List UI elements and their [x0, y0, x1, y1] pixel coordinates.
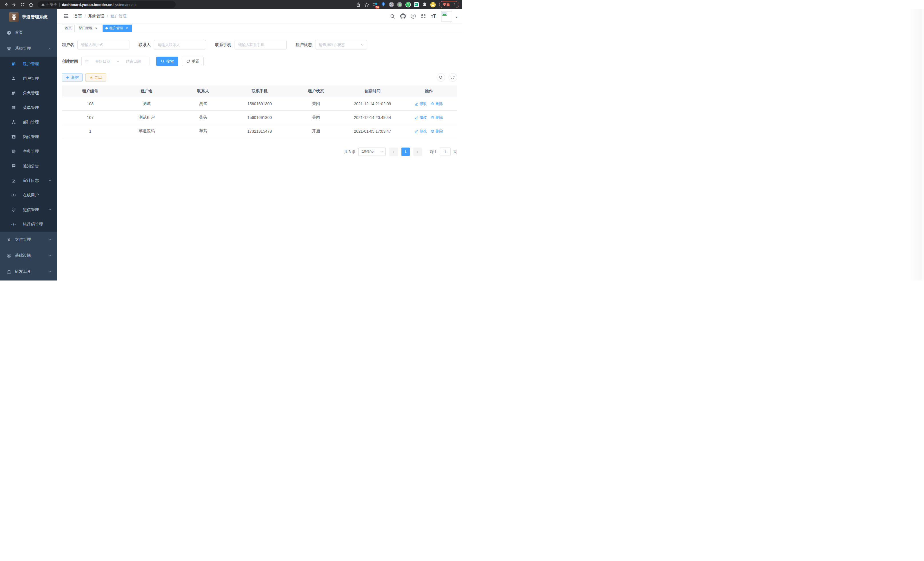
extension-tabs-icon[interactable]: 10: [372, 2, 378, 8]
help-icon[interactable]: ?: [411, 14, 416, 19]
delete-link[interactable]: 删除: [431, 129, 443, 134]
sidebar-item-online-users[interactable]: 在线用户: [0, 188, 57, 202]
column-header: 操作: [400, 89, 457, 94]
goto-page-input[interactable]: [440, 147, 451, 156]
add-button[interactable]: 新增: [62, 73, 82, 82]
header-search-icon[interactable]: [390, 14, 395, 19]
edit-link[interactable]: 修改: [415, 115, 427, 120]
sidebar-toggle-icon[interactable]: [62, 12, 70, 20]
browser-menu-icon[interactable]: ⋮: [453, 3, 456, 7]
current-page-button[interactable]: 1: [401, 147, 410, 156]
tag-dept[interactable]: 部门管理 ×: [76, 25, 101, 32]
github-icon[interactable]: [400, 14, 406, 19]
logo-rabbit-image: [9, 12, 19, 22]
sidebar-item-post[interactable]: 岗位管理: [0, 129, 57, 144]
user-icon: [11, 76, 16, 81]
date-separator: -: [117, 59, 119, 63]
search-icon: [161, 59, 165, 63]
browser-back-icon[interactable]: [3, 2, 9, 8]
sidebar-item-notice[interactable]: 通知公告: [0, 159, 57, 173]
help-glyph: ?: [412, 15, 414, 18]
next-page-button[interactable]: ›: [413, 147, 422, 156]
sidebar-item-tenant[interactable]: 租户管理: [0, 57, 57, 71]
page-size-select[interactable]: 10条/页: [358, 147, 386, 156]
sidebar-item-home[interactable]: 首页: [0, 25, 57, 41]
edit-link[interactable]: 修改: [415, 101, 427, 106]
browser-forward-icon[interactable]: [11, 2, 17, 8]
reset-button[interactable]: 重置: [182, 57, 204, 66]
sidebar-item-system[interactable]: 系统管理: [0, 41, 57, 57]
sidebar-item-infra[interactable]: 基础设施: [0, 248, 57, 264]
table-toolbar: 新增 导出: [62, 73, 457, 82]
emoji-extension-icon[interactable]: [430, 2, 436, 8]
browser-update-button[interactable]: 更新 ⋮: [439, 1, 459, 8]
avatar-caret-icon[interactable]: ▼: [455, 16, 458, 19]
sidebar-item-user[interactable]: 用户管理: [0, 71, 57, 86]
chevron-down-icon: [48, 179, 51, 182]
bookmark-star-icon[interactable]: [363, 2, 370, 8]
contact-input[interactable]: [154, 40, 206, 50]
sidebar-item-pay[interactable]: ¥ 支付管理: [0, 232, 57, 248]
address-bar[interactable]: 不安全 dashboard.yudao.iocoder.cn/system/te…: [38, 1, 176, 8]
field-label: 租户状态: [296, 42, 312, 47]
sidebar-item-dept[interactable]: 部门管理: [0, 115, 57, 129]
refresh-table-button[interactable]: [448, 73, 457, 82]
audit-log-icon: [11, 178, 16, 183]
sidebar-item-error-code[interactable]: </> 错误码管理: [0, 217, 57, 232]
command-extension-icon[interactable]: ⌘: [388, 2, 394, 8]
cell-tenant-id: 108: [62, 102, 118, 106]
sidebar-item-sms[interactable]: 短信管理: [0, 202, 57, 217]
y-extension-icon[interactable]: Y: [405, 2, 411, 8]
avatar[interactable]: [441, 11, 452, 21]
delete-link[interactable]: 删除: [431, 101, 443, 106]
field-label: 租户名: [62, 42, 74, 47]
security-warning-chip[interactable]: 不安全: [41, 2, 57, 7]
close-icon[interactable]: ×: [125, 26, 129, 30]
sidebar-item-role[interactable]: 角色管理: [0, 86, 57, 100]
table-row: 1 芋道源码 芋艿 17321315478 开启 2021-01-05 17:0…: [62, 124, 457, 138]
chat-extension-icon[interactable]: [413, 2, 419, 8]
menu-tree-icon: [11, 105, 16, 110]
app-logo[interactable]: 芋道管理系统: [0, 9, 57, 25]
filter-contact: 联系人: [139, 40, 206, 50]
tenant-name-input[interactable]: [77, 40, 129, 50]
export-button[interactable]: 导出: [86, 73, 106, 82]
chevron-down-icon: [48, 270, 51, 273]
sidebar: 芋道管理系统 首页 系统管理 租户管理: [0, 9, 57, 281]
browser-home-icon[interactable]: [28, 2, 34, 8]
navbar-actions: ? TT ▼: [390, 11, 458, 21]
font-size-icon[interactable]: TT: [431, 14, 436, 19]
sidebar-item-audit-log[interactable]: 审计日志: [0, 173, 57, 188]
tag-tenant-active[interactable]: 租户管理 ×: [103, 25, 132, 32]
breadcrumb-home[interactable]: 首页: [74, 14, 82, 19]
close-icon[interactable]: ×: [94, 26, 98, 30]
sidebar-item-label: 支付管理: [15, 237, 31, 242]
date-end-placeholder: 结束日期: [120, 59, 146, 64]
trash-icon: [431, 102, 434, 105]
tag-home[interactable]: 首页: [62, 25, 75, 32]
sidebar-item-label: 岗位管理: [23, 134, 39, 140]
fullscreen-icon[interactable]: [421, 14, 426, 19]
chevron-down-icon: [48, 238, 51, 241]
prev-page-button[interactable]: ‹: [389, 147, 398, 156]
status-select[interactable]: 请选择租户状态: [315, 40, 367, 50]
sidebar-item-menu[interactable]: 菜单管理: [0, 100, 57, 115]
message-icon: [11, 164, 16, 168]
browser-reload-icon[interactable]: [20, 2, 26, 8]
tag-label: 部门管理: [79, 26, 93, 31]
breadcrumb-system[interactable]: 系统管理: [88, 14, 104, 19]
sidebar-item-devtools[interactable]: 研发工具: [0, 264, 57, 280]
kite-extension-icon[interactable]: [380, 2, 386, 8]
show-search-toggle-button[interactable]: [436, 73, 445, 82]
share-icon[interactable]: [355, 2, 362, 8]
sidebar-item-dict[interactable]: 字典管理: [0, 144, 57, 159]
breadcrumb-separator: /: [107, 14, 108, 19]
screen-record-extension-icon[interactable]: [397, 2, 403, 8]
puzzle-extensions-icon[interactable]: [422, 2, 428, 8]
date-range-picker[interactable]: 开始日期 - 结束日期: [81, 57, 149, 66]
search-button[interactable]: 搜索: [156, 57, 178, 66]
delete-link[interactable]: 删除: [431, 115, 443, 120]
mobile-input[interactable]: [235, 40, 286, 50]
cell-mobile: 15601691300: [231, 102, 288, 106]
edit-link[interactable]: 修改: [415, 129, 427, 134]
